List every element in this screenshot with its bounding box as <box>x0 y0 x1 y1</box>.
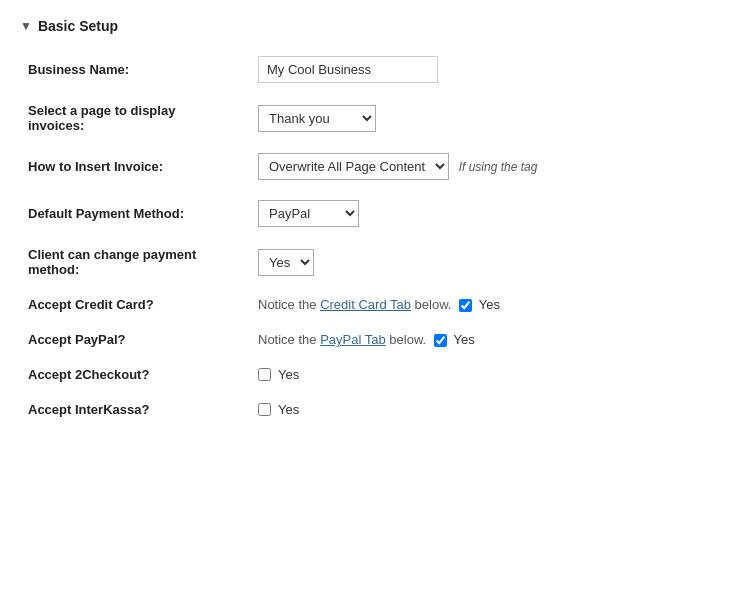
label-select-page: Select a page to display invoices: <box>20 93 250 143</box>
accept-2checkout-checkbox[interactable] <box>258 368 271 381</box>
paypal-yes-label: Yes <box>453 332 474 347</box>
row-accept-interkassa: Accept InterKassa? Yes <box>20 392 723 427</box>
row-business-name: Business Name: <box>20 46 723 93</box>
credit-card-notice: Notice the Credit Card Tab below. Yes <box>258 297 500 312</box>
form-table: Business Name: Select a page to display … <box>20 46 723 427</box>
section-header: ▼ Basic Setup <box>20 10 723 46</box>
section-arrow[interactable]: ▼ <box>20 19 32 33</box>
label-accept-2checkout: Accept 2Checkout? <box>20 357 250 392</box>
row-default-payment: Default Payment Method: PayPal Credit Ca… <box>20 190 723 237</box>
label-default-payment: Default Payment Method: <box>20 190 250 237</box>
section-title: Basic Setup <box>38 18 118 34</box>
input-business-name[interactable] <box>258 56 438 83</box>
interkassa-yes-label: Yes <box>278 402 299 417</box>
label-insert-invoice: How to Insert Invoice: <box>20 143 250 190</box>
row-insert-invoice: How to Insert Invoice: Overwrite All Pag… <box>20 143 723 190</box>
2checkout-yes-label: Yes <box>278 367 299 382</box>
row-client-change-payment: Client can change payment method: Yes No <box>20 237 723 287</box>
default-payment-dropdown[interactable]: PayPal Credit Card 2Checkout InterKassa <box>258 200 359 227</box>
interkassa-group: Yes <box>258 402 715 417</box>
insert-invoice-dropdown[interactable]: Overwrite All Page Content Use Shortcode <box>258 153 449 180</box>
paypal-tab-link[interactable]: PayPal Tab <box>320 332 386 347</box>
2checkout-group: Yes <box>258 367 715 382</box>
row-accept-paypal: Accept PayPal? Notice the PayPal Tab bel… <box>20 322 723 357</box>
label-accept-interkassa: Accept InterKassa? <box>20 392 250 427</box>
credit-card-notice-prefix: Notice the <box>258 297 320 312</box>
paypal-notice-prefix: Notice the <box>258 332 320 347</box>
credit-card-tab-link[interactable]: Credit Card Tab <box>320 297 411 312</box>
credit-card-notice-suffix: below. <box>411 297 451 312</box>
insert-invoice-note: If using the tag <box>459 160 538 174</box>
label-accept-paypal: Accept PayPal? <box>20 322 250 357</box>
label-business-name: Business Name: <box>20 46 250 93</box>
settings-container: ▼ Basic Setup Business Name: Select a pa… <box>0 0 743 437</box>
paypal-notice: Notice the PayPal Tab below. Yes <box>258 332 475 347</box>
row-accept-credit-card: Accept Credit Card? Notice the Credit Ca… <box>20 287 723 322</box>
select-page-dropdown[interactable]: Thank you Cool Business <box>258 105 376 132</box>
label-accept-credit-card: Accept Credit Card? <box>20 287 250 322</box>
client-change-payment-dropdown[interactable]: Yes No <box>258 249 314 276</box>
accept-interkassa-checkbox[interactable] <box>258 403 271 416</box>
credit-card-yes-label: Yes <box>479 297 500 312</box>
accept-credit-card-checkbox[interactable] <box>459 299 472 312</box>
row-accept-2checkout: Accept 2Checkout? Yes <box>20 357 723 392</box>
paypal-notice-suffix: below. <box>386 332 426 347</box>
row-select-page: Select a page to display invoices: Thank… <box>20 93 723 143</box>
label-client-change-payment: Client can change payment method: <box>20 237 250 287</box>
accept-paypal-checkbox[interactable] <box>434 334 447 347</box>
